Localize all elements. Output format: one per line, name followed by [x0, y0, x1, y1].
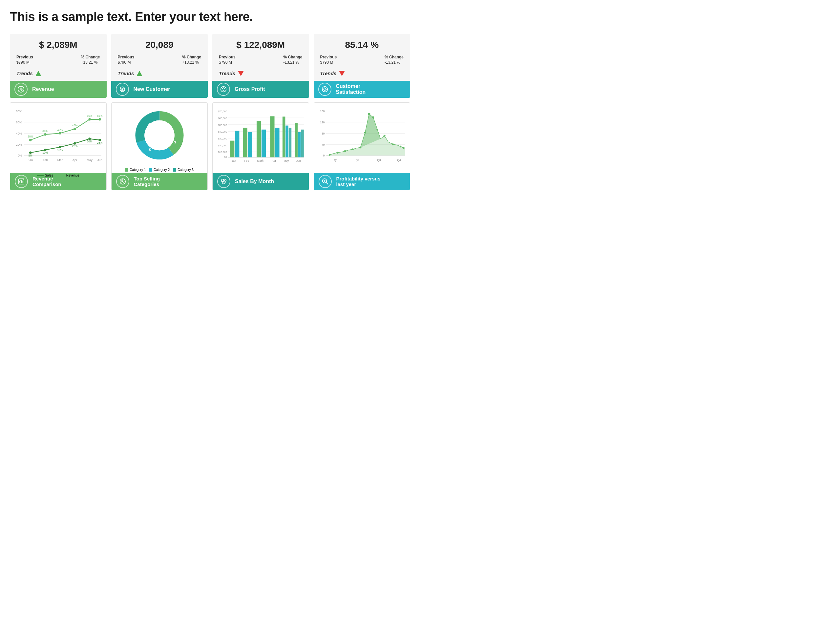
- svg-rect-98: [248, 132, 252, 157]
- ts-footer-line2: Categories: [134, 182, 160, 187]
- cs-footer-text: Customer Satisfaction: [336, 83, 366, 95]
- svg-text:Q1: Q1: [334, 158, 338, 162]
- svg-text:$40,000: $40,000: [218, 130, 227, 133]
- profitability-footer: Profitability versus last year: [314, 173, 410, 190]
- svg-point-39: [29, 139, 32, 141]
- svg-text:Jun: Jun: [98, 158, 103, 162]
- svg-text:22%: 22%: [72, 144, 78, 148]
- gp-value: $ 122,089M: [219, 40, 303, 50]
- revenue-change-label: % Change: [81, 55, 100, 59]
- pf-footer-line2: last year: [336, 182, 381, 187]
- nc-previous-value: $790 M: [118, 60, 134, 65]
- svg-text:May: May: [284, 159, 289, 163]
- svg-text:10%: 10%: [42, 151, 48, 154]
- gp-icon: [217, 83, 230, 96]
- cs-trend-down-icon: [339, 71, 345, 76]
- svg-rect-96: [235, 131, 239, 158]
- svg-text:$50,000: $50,000: [218, 124, 227, 127]
- svg-point-4: [122, 88, 123, 90]
- nc-change-label: % Change: [182, 55, 201, 59]
- top-selling-categories-card: 4 7 3 Category 1 Category 2 Cate: [111, 103, 208, 190]
- svg-text:20%: 20%: [16, 143, 22, 146]
- sbm-icon: [217, 175, 231, 188]
- nc-change-value: +13.21 %: [182, 60, 201, 65]
- revenue-trend-label: Trends: [16, 71, 33, 76]
- svg-point-111: [222, 181, 225, 184]
- revenue-trend-up-icon: [35, 71, 41, 76]
- nc-icon: [116, 83, 129, 96]
- svg-text:$20,000: $20,000: [218, 144, 227, 147]
- svg-rect-100: [262, 129, 266, 158]
- svg-text:May: May: [87, 158, 93, 162]
- revenue-comparison-chart-card: 80% 60% 40% 20% 0% Jan Feb Mar Apr: [10, 103, 107, 190]
- gp-trend-label: Trends: [219, 71, 235, 76]
- svg-text:160: 160: [320, 110, 325, 113]
- revenue-value: $ 2,089M: [16, 40, 100, 50]
- svg-point-44: [98, 118, 101, 121]
- new-customer-footer: New Customer: [111, 81, 208, 98]
- ts-icon: [116, 175, 129, 188]
- svg-point-128: [328, 154, 330, 156]
- svg-line-71: [124, 180, 124, 180]
- gp-previous-label: Previous: [219, 55, 235, 59]
- sales-by-month-footer: Sales By Month: [213, 173, 309, 190]
- nc-trend-up-icon: [136, 71, 142, 76]
- page-title: This is a sample text. Enter your text h…: [10, 10, 410, 24]
- svg-point-69: [122, 181, 123, 182]
- pf-footer-line1: Profitability versus: [336, 176, 381, 182]
- svg-point-41: [59, 132, 62, 134]
- svg-point-137: [384, 135, 385, 137]
- cs-icon: [318, 83, 332, 96]
- svg-text:40: 40: [322, 143, 325, 146]
- svg-rect-102: [275, 128, 279, 157]
- customer-satisfaction-card: 85.14 % Previous $790 M % Change -13.21 …: [314, 34, 411, 98]
- svg-text:3: 3: [148, 147, 151, 152]
- svg-line-143: [326, 182, 328, 184]
- svg-rect-97: [243, 128, 248, 157]
- svg-text:Jan: Jan: [232, 159, 236, 163]
- svg-text:$10,000: $10,000: [218, 151, 227, 153]
- svg-point-138: [392, 144, 394, 145]
- pf-icon: [319, 175, 332, 188]
- area-chart: 160 120 80 40 0 Q1 Q2 Q3 Q4: [317, 106, 407, 172]
- series1-legend: Sales: [45, 174, 53, 177]
- svg-rect-105: [289, 128, 291, 157]
- cs-previous-label: Previous: [320, 55, 337, 59]
- svg-text:$60,000: $60,000: [218, 117, 227, 120]
- bar-chart: $70,000 $60,000 $50,000 $40,000 $30,000 …: [216, 106, 305, 172]
- revenue-icon: [14, 83, 28, 96]
- kpi-cards-row: $ 2,089M Previous $790 M % Change +13.21…: [10, 34, 410, 98]
- svg-text:Mar: Mar: [57, 158, 63, 162]
- cs-change-label: % Change: [385, 55, 404, 59]
- revenue-previous-value: $790 M: [16, 60, 33, 65]
- svg-point-140: [403, 147, 404, 149]
- svg-text:Q4: Q4: [397, 158, 401, 162]
- cs-footer-label: Customer: [336, 83, 366, 89]
- cat3-label: Category 3: [177, 168, 194, 172]
- new-customer-value: 20,089: [118, 40, 202, 50]
- rc-footer-line2: Comparison: [33, 182, 62, 187]
- svg-text:Apr: Apr: [272, 159, 276, 163]
- svg-text:Q2: Q2: [355, 158, 359, 162]
- cs-change-value: -13.21 %: [385, 60, 404, 65]
- svg-text:Apr: Apr: [73, 158, 77, 162]
- cs-trend-label: Trends: [320, 71, 337, 76]
- revenue-previous-label: Previous: [16, 55, 33, 59]
- pf-footer-text: Profitability versus last year: [336, 176, 381, 187]
- svg-text:$30,000: $30,000: [218, 137, 227, 140]
- cs-previous-value: $790 M: [320, 60, 337, 65]
- revenue-footer-label: Revenue: [32, 86, 54, 92]
- svg-text:28%: 28%: [28, 135, 33, 138]
- ts-footer-text: Top Selling Categories: [134, 176, 160, 187]
- profitability-card: 160 120 80 40 0 Q1 Q2 Q3 Q4: [314, 103, 411, 190]
- svg-text:120: 120: [320, 121, 325, 124]
- gross-profit-card: $ 122,089M Previous $790 M % Change -13.…: [212, 34, 309, 98]
- svg-rect-106: [295, 123, 298, 157]
- svg-rect-103: [283, 117, 285, 157]
- svg-point-131: [352, 148, 354, 150]
- svg-point-9: [223, 88, 224, 88]
- gp-trend-down-icon: [238, 71, 244, 76]
- svg-point-42: [74, 128, 76, 130]
- svg-text:0: 0: [323, 154, 325, 158]
- series2-legend: Revenue: [66, 174, 79, 177]
